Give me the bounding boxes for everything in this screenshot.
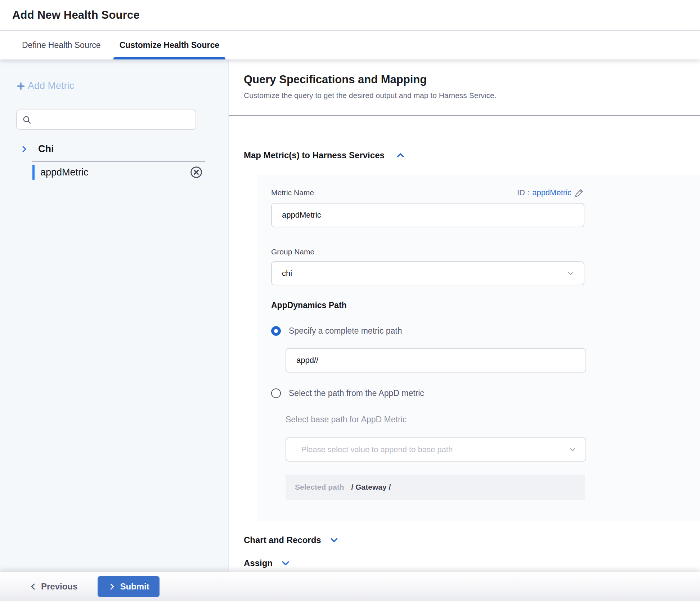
map-metrics-section-header[interactable]: Map Metric(s) to Harness Services bbox=[244, 150, 700, 160]
assign-section-header[interactable]: Assign bbox=[244, 558, 700, 568]
metric-search-box bbox=[16, 110, 196, 130]
add-metric-label: Add Metric bbox=[28, 80, 74, 92]
metric-id-value: appdMetric bbox=[532, 188, 571, 197]
chevron-down-icon bbox=[566, 269, 575, 278]
chevron-right-icon bbox=[108, 582, 116, 591]
page-title: Add New Health Source bbox=[12, 9, 140, 22]
radio-complete-metric-path[interactable]: Specify a complete metric path bbox=[271, 326, 700, 336]
edit-id-button[interactable] bbox=[574, 188, 584, 198]
radio-select-appd-path[interactable]: Select the path from the AppD metric bbox=[271, 388, 700, 398]
dialog-header: Add New Health Source bbox=[0, 0, 700, 31]
metric-sidebar: Add Metric Chi appdMetric bbox=[0, 59, 229, 572]
metric-id-label: ID : bbox=[517, 188, 529, 197]
tab-customize-label: Customize Health Source bbox=[120, 40, 219, 50]
content-row: Add Metric Chi appdMetric bbox=[0, 59, 700, 572]
circle-x-icon bbox=[189, 165, 203, 179]
add-health-source-dialog: Add New Health Source Define Health Sour… bbox=[0, 0, 700, 601]
dialog-footer: Previous Submit bbox=[0, 572, 700, 601]
metric-mapping-card: Metric Name ID : appdMetric Group Name c… bbox=[257, 175, 700, 521]
tree-group-chi[interactable]: Chi bbox=[20, 143, 228, 155]
map-metrics-section-title: Map Metric(s) to Harness Services bbox=[244, 150, 385, 160]
chart-records-section-header[interactable]: Chart and Records bbox=[244, 535, 700, 545]
base-path-placeholder: - Please select value to append to base … bbox=[296, 445, 568, 454]
previous-button[interactable]: Previous bbox=[29, 582, 77, 592]
chevron-down-icon bbox=[329, 535, 339, 545]
tab-customize-health-source[interactable]: Customize Health Source bbox=[113, 31, 225, 59]
chevron-left-icon bbox=[29, 582, 37, 591]
plus-icon bbox=[16, 81, 26, 91]
tab-bar: Define Health Source Customize Health So… bbox=[0, 31, 700, 59]
panel-title: Query Specifications and Mapping bbox=[244, 73, 700, 86]
add-metric-button[interactable]: Add Metric bbox=[16, 80, 228, 92]
selected-path-strip: Selected path / Gateway / bbox=[286, 475, 585, 500]
submit-button-label: Submit bbox=[120, 582, 149, 592]
chevron-down-icon bbox=[568, 445, 577, 454]
search-icon bbox=[22, 115, 32, 125]
metric-search-input[interactable] bbox=[35, 115, 190, 124]
group-name-value: chi bbox=[282, 269, 566, 278]
radio-selected-icon bbox=[271, 326, 281, 336]
assign-section-title: Assign bbox=[244, 558, 273, 568]
chevron-up-icon bbox=[395, 150, 405, 160]
selected-path-label: Selected path bbox=[295, 483, 344, 491]
metric-item-label: appdMetric bbox=[40, 167, 189, 178]
radio-select-label: Select the path from the AppD metric bbox=[289, 388, 424, 398]
tree-group-label: Chi bbox=[38, 143, 54, 155]
pencil-icon bbox=[574, 188, 584, 198]
chevron-right-icon bbox=[20, 145, 28, 153]
panel-subtitle: Customize the query to get the desired o… bbox=[244, 91, 700, 100]
metric-name-input[interactable] bbox=[271, 203, 584, 227]
metric-list-item[interactable]: appdMetric bbox=[32, 162, 205, 183]
chevron-down-icon bbox=[281, 558, 291, 568]
radio-complete-label: Specify a complete metric path bbox=[289, 326, 402, 336]
base-path-label: Select base path for AppD Metric bbox=[286, 415, 700, 424]
base-path-select[interactable]: - Please select value to append to base … bbox=[286, 437, 586, 462]
chart-records-section-title: Chart and Records bbox=[244, 535, 321, 545]
tab-define-health-source[interactable]: Define Health Source bbox=[16, 31, 107, 59]
appdynamics-path-heading: AppDynamics Path bbox=[271, 300, 700, 310]
radio-unselected-icon bbox=[271, 388, 281, 398]
selected-path-value: / Gateway / bbox=[351, 483, 391, 491]
query-spec-panel: Query Specifications and Mapping Customi… bbox=[229, 59, 700, 572]
selected-indicator-bar bbox=[32, 165, 35, 180]
complete-metric-path-input[interactable] bbox=[286, 348, 586, 373]
group-name-label: Group Name bbox=[271, 248, 700, 256]
metric-name-label: Metric Name bbox=[271, 188, 314, 197]
previous-button-label: Previous bbox=[41, 582, 77, 592]
submit-button[interactable]: Submit bbox=[98, 576, 159, 597]
panel-divider bbox=[229, 115, 700, 116]
group-name-select[interactable]: chi bbox=[271, 261, 584, 285]
tab-define-label: Define Health Source bbox=[22, 40, 101, 50]
remove-metric-button[interactable] bbox=[189, 165, 203, 179]
